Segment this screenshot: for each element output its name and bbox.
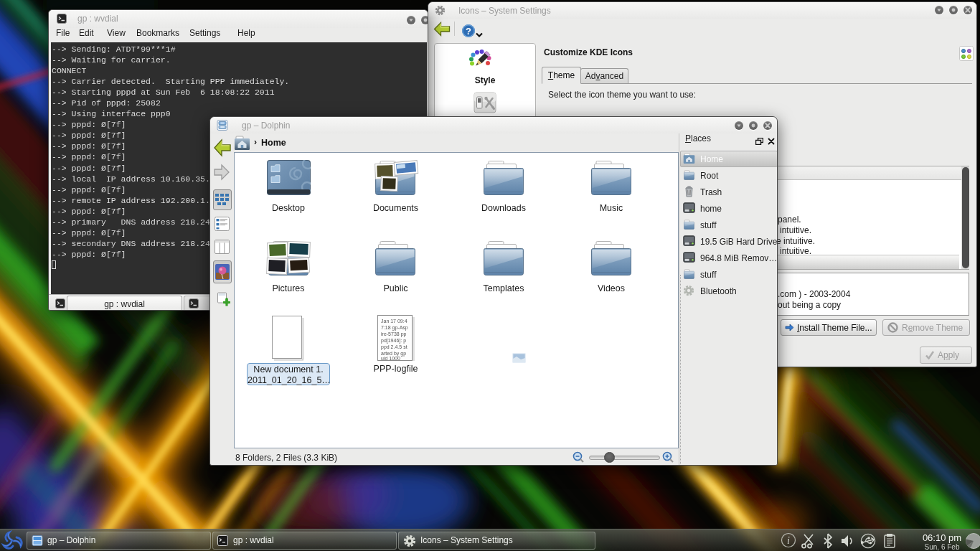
svg-text:?: ? (466, 26, 471, 37)
svg-text:pd[1946]: p: pd[1946]: p (381, 338, 406, 344)
svg-text:Jan 17 09:4: Jan 17 09:4 (381, 319, 407, 324)
svg-text:ppd 2.4.5 st: ppd 2.4.5 st (381, 344, 407, 350)
svg-text:uid 1000: uid 1000 (381, 356, 400, 361)
svg-text:ire-5738 pp: ire-5738 pp (381, 331, 407, 337)
svg-text:7:18 gp-Asp: 7:18 gp-Asp (381, 325, 408, 331)
svg-text:i: i (787, 535, 790, 546)
